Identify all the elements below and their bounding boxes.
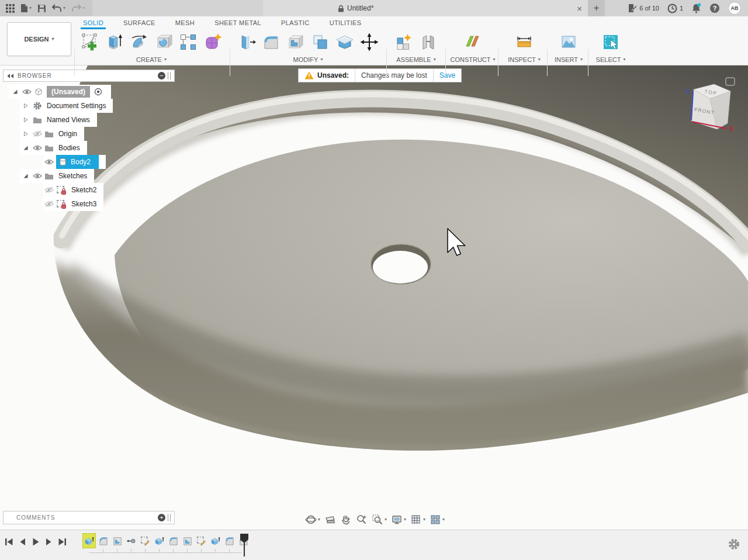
viewports-button[interactable]: ▾ <box>430 514 445 526</box>
panel-resize-grip[interactable] <box>168 72 171 79</box>
look-at-button[interactable] <box>324 514 336 526</box>
timeline-feature-sketch[interactable] <box>139 534 151 548</box>
measure-button[interactable] <box>514 32 534 52</box>
select-menu[interactable]: SELECT▾ <box>596 56 626 63</box>
expand-collapse-icon[interactable] <box>9 89 21 95</box>
timeline-feature-fillet[interactable] <box>167 534 179 548</box>
browser-item-body2[interactable]: Body2 <box>43 155 106 169</box>
construct-plane-button[interactable] <box>463 32 483 52</box>
expand-collapse-icon[interactable] <box>20 131 32 137</box>
viewport-canvas[interactable]: TOP FRONT Z X <box>0 0 748 560</box>
hole-button[interactable] <box>154 32 174 52</box>
select-button[interactable] <box>601 32 621 52</box>
visibility-eye-icon[interactable] <box>32 144 43 151</box>
undo-icon[interactable]: ▾ <box>51 0 67 16</box>
insert-menu[interactable]: INSERT▾ <box>555 56 583 63</box>
zoom-window-button[interactable]: ▾ <box>372 514 387 526</box>
panel-resize-grip[interactable] <box>168 514 171 521</box>
create-form-button[interactable] <box>203 32 223 52</box>
notifications-button[interactable]: 1 <box>667 4 683 13</box>
shell-button[interactable] <box>286 32 306 52</box>
visibility-eye-icon[interactable] <box>43 158 55 165</box>
tab-surface[interactable]: SURFACE <box>122 18 157 28</box>
job-status-button[interactable]: 6 of 10 <box>628 4 659 13</box>
browser-item-origin[interactable]: Origin <box>20 127 84 141</box>
timeline-feature-shell[interactable] <box>181 534 193 548</box>
tab-utilities[interactable]: UTILITIES <box>328 18 363 28</box>
extrude-button[interactable] <box>105 32 124 52</box>
joint-button[interactable] <box>418 32 438 52</box>
save-icon[interactable] <box>36 0 47 16</box>
browser-panel-header[interactable]: BROWSER − <box>3 70 175 82</box>
timeline-feature-fillet[interactable] <box>97 534 109 548</box>
zoom-button[interactable] <box>356 514 368 526</box>
step-back-button[interactable] <box>19 537 26 547</box>
browser-item-sketch3[interactable]: Sketch3 <box>43 197 103 211</box>
tab-sheet-metal[interactable]: SHEET METAL <box>213 18 262 28</box>
visibility-eye-off-icon[interactable] <box>43 201 55 208</box>
panel-collapse-icon[interactable]: − <box>158 72 165 79</box>
alerts-button[interactable] <box>691 3 701 13</box>
close-tab-icon[interactable]: × <box>577 0 582 16</box>
browser-item-named-views[interactable]: Named Views <box>20 113 97 127</box>
expand-collapse-icon[interactable] <box>20 103 32 109</box>
grid-snap-button[interactable]: ▾ <box>410 514 425 526</box>
timeline-feature-fillet[interactable] <box>223 534 236 548</box>
new-component-button[interactable] <box>394 32 414 52</box>
timeline-feature-extrude[interactable] <box>83 534 95 548</box>
save-link[interactable]: Save <box>434 69 461 82</box>
rectangular-pattern-button[interactable] <box>178 32 198 52</box>
create-menu[interactable]: CREATE▾ <box>136 56 167 63</box>
body-hole[interactable] <box>371 244 431 284</box>
press-pull-button[interactable] <box>237 32 257 52</box>
create-sketch-button[interactable] <box>80 32 100 52</box>
browser-item-root[interactable]: (Unsaved) <box>9 85 111 99</box>
comments-panel-header[interactable]: COMMENTS + <box>3 511 175 524</box>
display-settings-button[interactable]: ▾ <box>391 514 406 526</box>
inspect-menu[interactable]: INSPECT▾ <box>508 56 541 63</box>
activate-component-icon[interactable] <box>92 88 104 96</box>
expand-collapse-icon[interactable] <box>20 117 32 123</box>
timeline-feature-move[interactable] <box>125 534 137 548</box>
document-tab[interactable]: Untitled* × <box>263 0 588 16</box>
revolve-button[interactable] <box>129 32 149 52</box>
play-button[interactable] <box>32 537 40 547</box>
expand-collapse-icon[interactable] <box>20 173 32 179</box>
go-to-end-button[interactable] <box>58 537 67 547</box>
add-comment-icon[interactable]: + <box>158 514 165 521</box>
workspace-selector-button[interactable]: DESIGN▾ <box>7 22 71 56</box>
help-button[interactable]: ? <box>709 3 720 13</box>
split-body-button[interactable] <box>335 32 355 52</box>
app-grid-icon[interactable] <box>5 0 16 16</box>
browser-item-bodies[interactable]: Bodies <box>20 141 87 155</box>
timeline-feature-extrude[interactable] <box>209 534 221 548</box>
construct-menu[interactable]: CONSTRUCT▾ <box>450 56 495 63</box>
orbit-button[interactable]: ▾ <box>305 514 320 526</box>
selected-item-chip[interactable]: Body2 <box>56 155 99 169</box>
combine-button[interactable] <box>310 32 330 52</box>
timeline-feature-extrude[interactable] <box>153 534 165 548</box>
new-tab-button[interactable]: + <box>588 0 605 16</box>
timeline-feature-shell[interactable] <box>111 534 123 548</box>
step-forward-button[interactable] <box>45 537 53 547</box>
move-button[interactable] <box>359 32 379 52</box>
browser-item-sketch2[interactable]: Sketch2 <box>43 183 103 197</box>
browser-item-document-settings[interactable]: Document Settings <box>20 99 113 113</box>
pan-button[interactable] <box>340 514 352 526</box>
modify-menu[interactable]: MODIFY▾ <box>293 56 323 63</box>
tab-mesh[interactable]: MESH <box>174 18 196 28</box>
timeline-settings-gear-icon[interactable] <box>727 537 741 551</box>
fillet-button[interactable] <box>261 32 281 52</box>
browser-item-sketches[interactable]: Sketches <box>20 169 94 183</box>
visibility-eye-icon[interactable] <box>32 172 43 179</box>
tab-plastic[interactable]: PLASTIC <box>280 18 311 28</box>
insert-image-button[interactable] <box>559 32 579 52</box>
visibility-eye-off-icon[interactable] <box>32 130 43 137</box>
file-menu-icon[interactable]: ▾ <box>19 0 33 16</box>
tab-solid[interactable]: SOLID <box>82 18 105 28</box>
expand-collapse-icon[interactable] <box>20 145 32 151</box>
assemble-menu[interactable]: ASSEMBLE▾ <box>396 56 435 63</box>
go-to-start-button[interactable] <box>5 537 13 547</box>
timeline-feature-sketch[interactable] <box>195 534 207 548</box>
avatar[interactable]: AB <box>728 2 741 15</box>
